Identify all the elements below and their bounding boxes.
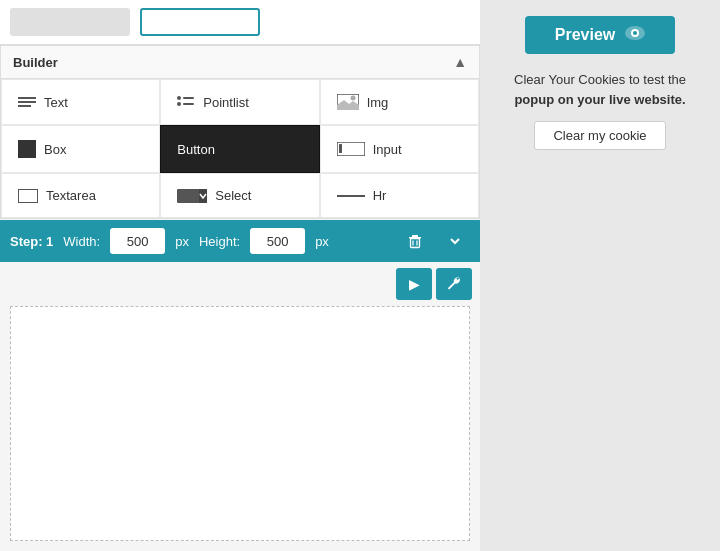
- top-stub-bar: [0, 0, 480, 45]
- builder-item-text[interactable]: Text: [1, 79, 160, 125]
- svg-point-0: [177, 96, 181, 100]
- textarea-icon: [18, 189, 38, 203]
- builder-item-input-label: Input: [373, 142, 402, 157]
- svg-rect-11: [411, 239, 420, 248]
- builder-item-button[interactable]: Button: [160, 125, 319, 173]
- step-bar: Step: 1 Width: px Height: px: [0, 220, 480, 262]
- stub-placeholder-1: [10, 8, 130, 36]
- width-label: Width:: [63, 234, 100, 249]
- right-panel: Preview Clear Your Cookies to test the p…: [480, 0, 720, 551]
- cookie-title-line1: Clear Your Cookies to test the: [514, 72, 686, 87]
- expand-step-button[interactable]: [440, 227, 470, 255]
- cookie-info: Clear Your Cookies to test the popup on …: [494, 54, 706, 117]
- preview-label: Preview: [555, 26, 615, 44]
- eye-icon: [625, 26, 645, 44]
- builder-item-input[interactable]: Input: [320, 125, 479, 173]
- builder-item-pointlist[interactable]: Pointlist: [160, 79, 319, 125]
- settings-button[interactable]: [436, 268, 472, 300]
- clear-cookie-label: Clear my cookie: [553, 128, 646, 143]
- box-icon: [18, 140, 36, 158]
- builder-item-textarea[interactable]: Textarea: [1, 173, 160, 218]
- svg-point-2: [177, 102, 181, 106]
- builder-item-box[interactable]: Box: [1, 125, 160, 173]
- width-input[interactable]: [110, 228, 165, 254]
- builder-item-select-label: Select: [215, 188, 251, 203]
- height-input[interactable]: [250, 228, 305, 254]
- svg-point-5: [350, 96, 355, 101]
- play-button[interactable]: ▶: [396, 268, 432, 300]
- builder-header: Builder ▲: [1, 46, 479, 79]
- text-icon: [18, 97, 36, 107]
- clear-cookie-button[interactable]: Clear my cookie: [534, 121, 665, 150]
- play-icon: ▶: [409, 276, 420, 292]
- collapse-icon[interactable]: ▲: [453, 54, 467, 70]
- preview-button[interactable]: Preview: [525, 16, 675, 54]
- builder-item-text-label: Text: [44, 95, 68, 110]
- builder-item-textarea-label: Textarea: [46, 188, 96, 203]
- height-unit: px: [315, 234, 329, 249]
- img-icon: [337, 94, 359, 110]
- delete-step-button[interactable]: [400, 227, 430, 255]
- svg-rect-3: [183, 103, 194, 105]
- pointlist-icon: [177, 94, 195, 110]
- input-icon: [337, 142, 365, 156]
- svg-rect-7: [339, 144, 342, 153]
- step-label: Step: 1: [10, 234, 53, 249]
- height-label: Height:: [199, 234, 240, 249]
- hr-icon: [337, 195, 365, 197]
- builder-item-img[interactable]: Img: [320, 79, 479, 125]
- wrench-icon: [446, 275, 462, 294]
- canvas-area: [10, 306, 470, 541]
- stub-placeholder-2: [140, 8, 260, 36]
- svg-rect-9: [199, 189, 207, 203]
- cookie-title-line2: popup on your live website.: [514, 92, 685, 107]
- builder-item-box-label: Box: [44, 142, 66, 157]
- width-unit: px: [175, 234, 189, 249]
- builder-item-img-label: Img: [367, 95, 389, 110]
- builder-item-pointlist-label: Pointlist: [203, 95, 249, 110]
- action-row: ▶: [0, 262, 480, 306]
- builder-item-button-label: Button: [177, 142, 215, 157]
- builder-item-hr-label: Hr: [373, 188, 387, 203]
- builder-grid: Text Pointlist: [1, 79, 479, 218]
- builder-item-select[interactable]: Select: [160, 173, 319, 218]
- left-panel: Builder ▲ Text: [0, 0, 480, 551]
- select-icon: [177, 189, 207, 203]
- svg-rect-1: [183, 97, 194, 99]
- builder-item-hr[interactable]: Hr: [320, 173, 479, 218]
- builder-section: Builder ▲ Text: [0, 45, 480, 219]
- svg-point-16: [633, 31, 637, 35]
- builder-title: Builder: [13, 55, 58, 70]
